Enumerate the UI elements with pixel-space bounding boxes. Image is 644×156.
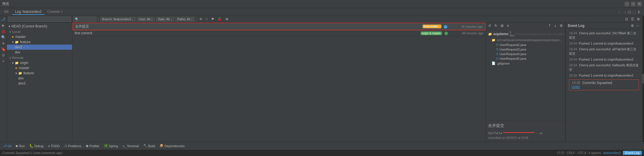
toolbar-sep-1 bbox=[98, 17, 98, 21]
file-item-userrequest3[interactable]: © UserRequest3.java bbox=[487, 47, 564, 52]
bottom-spring-btn[interactable]: 🌿 Spring bbox=[102, 143, 120, 148]
run-icon[interactable]: ▶ bbox=[2, 23, 5, 27]
merge-button[interactable]: ⑂ bbox=[205, 17, 209, 22]
tab-log[interactable]: Log: feature/dev2 bbox=[12, 9, 44, 15]
resize-handle[interactable]: lsidebas bbox=[642, 16, 644, 142]
sidebar-item-remote-master[interactable]: ★ master bbox=[7, 65, 72, 71]
file-item-gitignore[interactable]: 📄 .gitignore bbox=[487, 61, 564, 66]
status-bar: Commits Squashed // Undo (moments ago) 1… bbox=[0, 150, 644, 156]
event-log-status-btn[interactable]: Event Log bbox=[623, 151, 642, 155]
center-filter-btn[interactable]: ≡ bbox=[506, 23, 510, 28]
sidebar-item-remote-feature[interactable]: ▼ 📁 feature bbox=[7, 71, 72, 76]
maximize-button[interactable]: □ bbox=[631, 2, 635, 6]
right-area: Event Log ⚙ ─ 19:34 Cherry-pick successf… bbox=[565, 23, 642, 142]
collapse-button[interactable]: ☰ bbox=[630, 17, 635, 22]
sidebar-item-remote-dev[interactable]: dev bbox=[7, 76, 72, 81]
file-tree-root[interactable]: 📁 aopdemo 5 files D:\wangxiang\personalp… bbox=[487, 30, 564, 38]
back-button[interactable]: ← bbox=[617, 10, 621, 14]
commit-hash-redacted: ━━━━━━━━━━ bbox=[503, 130, 535, 135]
revert-button[interactable]: ⬚ bbox=[632, 10, 636, 14]
commit-list: 合并提交 feature/dev... ⬤ 36 minutes ago fir… bbox=[72, 23, 486, 142]
sidebar-item-local-master[interactable]: ★ master bbox=[7, 34, 72, 39]
file-item-userrequest4[interactable]: © UserRequest4.java bbox=[487, 52, 564, 56]
bottom-debug-btn[interactable]: 🐛 Debug bbox=[28, 143, 45, 148]
event-log-entry-0: 19:34 Cherry-pick successful: 24c788a0 第… bbox=[567, 30, 641, 41]
sidebar-item-head[interactable]: ▼ HEAD (Current Branch) bbox=[7, 24, 72, 29]
event-log-settings-btn[interactable]: ⚙ bbox=[630, 23, 635, 28]
graph-node: ⬤ bbox=[444, 25, 447, 29]
sidebar-toolbar bbox=[7, 16, 72, 23]
download-button[interactable]: ⬇ bbox=[637, 10, 641, 14]
star-icon[interactable]: ★ bbox=[2, 41, 5, 45]
file-item-userrequst2[interactable]: © UserRequest2.java bbox=[487, 43, 564, 47]
git-bottom-label: Git bbox=[7, 144, 11, 148]
commit-row-first[interactable]: first commit origin & master ⬤ 48 minute… bbox=[72, 30, 486, 36]
event-log-text-2: Cherry-pick successful: a87ab1b9 第三次提交 bbox=[569, 47, 636, 55]
center-more-btn[interactable]: ⚙ bbox=[559, 23, 564, 28]
recent-files-button[interactable]: ⊡ bbox=[628, 10, 631, 14]
bottom-problems-btn[interactable]: ⚠ Problems bbox=[63, 143, 83, 148]
sidebar-item-remote-dev2[interactable]: dev2 bbox=[7, 81, 72, 86]
search-icon[interactable]: 🔍 bbox=[1, 35, 6, 39]
user-filter-button[interactable]: User: All ↓ bbox=[137, 17, 155, 21]
date-filter-button[interactable]: Date: All ↓ bbox=[156, 17, 174, 21]
branch-filter-button[interactable]: Branch: feature/dev2 ↓ bbox=[100, 17, 136, 21]
close-button[interactable]: ✕ bbox=[637, 2, 642, 6]
tag-button[interactable]: ⚑ bbox=[210, 17, 215, 22]
bookmarks-icon[interactable]: 🔖 bbox=[1, 47, 6, 51]
more-button[interactable]: ⚙ bbox=[636, 17, 641, 22]
run-bottom-label: Run bbox=[19, 144, 25, 148]
sidebar-item-feature[interactable]: ▼ 📁 feature bbox=[7, 39, 72, 45]
line-ending[interactable]: CRLF bbox=[567, 151, 575, 155]
sidebar-item-origin[interactable]: ▼ 📁 origin bbox=[7, 60, 72, 65]
file-item-userrequest5[interactable]: © UserRequest5.java bbox=[487, 56, 564, 61]
event-log-time-0: 19:34 bbox=[569, 31, 577, 35]
sidebar-item-dev[interactable]: dev bbox=[7, 50, 72, 55]
commit-subject-merge: 合并提交 bbox=[75, 24, 423, 29]
bottom-profiler-btn[interactable]: ◉ Profiler bbox=[84, 143, 101, 148]
bottom-run-btn[interactable]: ▶ Run bbox=[14, 143, 27, 148]
current-branch[interactable]: feature/dev2 bbox=[603, 151, 621, 155]
cherry-pick-button[interactable]: 🍒 bbox=[217, 17, 223, 22]
line-col[interactable]: 17:27 bbox=[557, 151, 565, 155]
minimize-button[interactable]: ─ bbox=[625, 2, 629, 6]
debug-icon[interactable]: 🐞 bbox=[1, 29, 6, 33]
squash-text: Commits Squashed bbox=[582, 81, 612, 85]
forward-button[interactable]: → bbox=[623, 10, 627, 14]
file-tree-src-path[interactable]: 📁 src\main\java\com\example\aopdemo\pojo… bbox=[487, 38, 564, 43]
event-log-close-btn[interactable]: ─ bbox=[635, 23, 640, 28]
remote-chevron: ∨ bbox=[9, 56, 12, 59]
tab-git[interactable]: Git: bbox=[1, 9, 12, 15]
path-filter-button[interactable]: Paths: All ↓ bbox=[175, 17, 195, 21]
bottom-todo-btn[interactable]: ≡ TODO bbox=[46, 144, 62, 148]
undo-link[interactable]: Undo bbox=[572, 85, 580, 89]
local-label: ∨ Local bbox=[7, 29, 72, 34]
settings-icon[interactable]: ⚙ bbox=[2, 53, 5, 57]
indent[interactable]: 4 spaces bbox=[588, 151, 601, 155]
tab-console[interactable]: Console × bbox=[44, 9, 66, 15]
center-back-btn[interactable]: ↺ bbox=[487, 23, 492, 28]
expand-button[interactable]: ⊡ bbox=[624, 17, 629, 22]
bottom-build-btn[interactable]: 🔨 Build bbox=[142, 143, 157, 148]
commit-row-merge[interactable]: 合并提交 feature/dev... ⬤ 36 minutes ago bbox=[72, 23, 486, 30]
center-group-btn[interactable]: ⊞ bbox=[500, 23, 505, 28]
bottom-dependencies-btn[interactable]: 📦 Dependencies bbox=[158, 143, 186, 148]
refresh-button[interactable]: ↻ bbox=[198, 17, 203, 22]
sidebar-search[interactable] bbox=[8, 17, 71, 22]
encoding[interactable]: UTF-8 bbox=[577, 151, 586, 155]
file-name-2: UserRequest3.java bbox=[500, 48, 526, 51]
sidebar-item-dev2[interactable]: dev2 ✓ ✎ bbox=[7, 45, 72, 50]
commit-subject-first: first commit bbox=[75, 31, 421, 35]
log-search-input[interactable] bbox=[74, 17, 96, 22]
commit-hash-text: 8b07567● bbox=[488, 131, 502, 135]
top-tab-bar: Git: Log: feature/dev2 Console × ← → ⊡ ⬚… bbox=[0, 8, 644, 16]
debug-bottom-icon: 🐛 bbox=[29, 144, 33, 148]
settings-button[interactable]: ⚙ bbox=[224, 17, 230, 22]
bottom-git-btn[interactable]: ⎇ Git bbox=[1, 143, 13, 148]
center-refresh-btn[interactable]: ↻ bbox=[493, 23, 498, 28]
center-expand-btn[interactable]: ⇡ bbox=[547, 23, 552, 28]
bottom-terminal-btn[interactable]: >_ Terminal bbox=[121, 144, 140, 148]
structure-icon[interactable]: ≡ bbox=[2, 59, 5, 63]
center-collapse-btn[interactable]: ⇣ bbox=[553, 23, 558, 28]
git-icon[interactable]: ⎇ bbox=[1, 17, 5, 21]
